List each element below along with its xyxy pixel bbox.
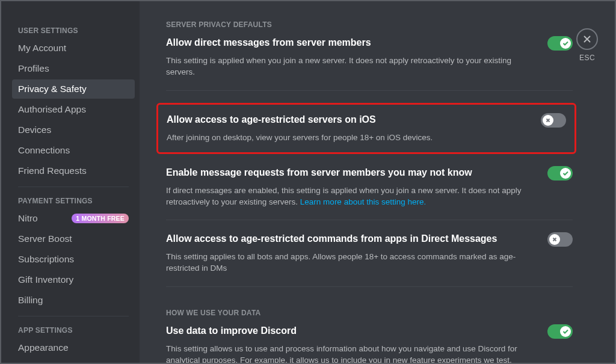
sidebar-item-friend-requests[interactable]: Friend Requests bbox=[12, 161, 135, 180]
toggle-allow-dm[interactable] bbox=[547, 36, 573, 51]
setting-title: Allow access to age-restricted servers o… bbox=[167, 113, 376, 126]
toggle-message-requests[interactable] bbox=[547, 166, 573, 180]
sidebar-section-user: USER SETTINGS bbox=[12, 23, 135, 39]
setting-title: Allow direct messages from server member… bbox=[166, 36, 371, 49]
sidebar-divider bbox=[18, 316, 129, 316]
sidebar-item-accessibility[interactable]: Accessibility bbox=[12, 359, 135, 363]
check-icon bbox=[562, 170, 569, 177]
section-header-data: HOW WE USE YOUR DATA bbox=[166, 309, 573, 317]
check-icon bbox=[562, 40, 569, 47]
setting-desc: This setting is applied when you join a … bbox=[166, 55, 533, 78]
highlight-annotation: Allow access to age-restricted servers o… bbox=[156, 103, 576, 154]
setting-desc: This setting allows us to use and proces… bbox=[166, 344, 533, 363]
sidebar-item-nitro[interactable]: Nitro 1 MONTH FREE bbox=[12, 209, 135, 228]
close-icon bbox=[582, 34, 593, 45]
sidebar-item-my-account[interactable]: My Account bbox=[12, 39, 135, 58]
x-icon bbox=[551, 236, 558, 243]
check-icon bbox=[562, 328, 569, 335]
section-header-privacy: SERVER PRIVACY DEFAULTS bbox=[166, 20, 573, 29]
settings-content: ESC SERVER PRIVACY DEFAULTS Allow direct… bbox=[140, 1, 615, 363]
sidebar-item-appearance[interactable]: Appearance bbox=[12, 338, 135, 357]
setting-age-restricted-ios: Allow access to age-restricted servers o… bbox=[167, 113, 566, 144]
sidebar-item-authorised-apps[interactable]: Authorised Apps bbox=[12, 100, 135, 119]
setting-desc: If direct messages are enabled, this set… bbox=[166, 185, 533, 208]
nitro-promo-badge: 1 MONTH FREE bbox=[72, 214, 129, 223]
setting-title: Enable message requests from server memb… bbox=[166, 166, 472, 179]
toggle-age-restricted-ios[interactable] bbox=[541, 113, 566, 128]
setting-message-requests: Enable message requests from server memb… bbox=[166, 166, 573, 221]
sidebar-item-devices[interactable]: Devices bbox=[12, 120, 135, 140]
sidebar-item-billing[interactable]: Billing bbox=[12, 291, 135, 310]
close-label: ESC bbox=[579, 54, 595, 62]
close-button[interactable] bbox=[576, 28, 598, 50]
setting-allow-dm: Allow direct messages from server member… bbox=[166, 36, 573, 91]
sidebar-item-profiles[interactable]: Profiles bbox=[12, 59, 135, 78]
sidebar-item-connections[interactable]: Connections bbox=[12, 141, 135, 160]
sidebar-item-subscriptions[interactable]: Subscriptions bbox=[12, 250, 135, 269]
toggle-use-data[interactable] bbox=[547, 324, 573, 339]
setting-age-restricted-commands: Allow access to age-restricted commands … bbox=[166, 232, 573, 287]
setting-desc: After joining on desktop, view your serv… bbox=[167, 132, 534, 144]
sidebar-item-privacy-safety[interactable]: Privacy & Safety bbox=[12, 79, 135, 99]
sidebar-divider bbox=[18, 187, 129, 187]
x-icon bbox=[544, 117, 552, 124]
sidebar-item-server-boost[interactable]: Server Boost bbox=[12, 229, 135, 248]
sidebar-item-gift-inventory[interactable]: Gift Inventory bbox=[12, 270, 135, 289]
sidebar-section-payment: PAYMENT SETTINGS bbox=[12, 193, 135, 209]
setting-use-data: Use data to improve Discord This setting… bbox=[166, 324, 573, 363]
learn-more-link[interactable]: Learn more about this setting here. bbox=[300, 197, 426, 206]
setting-desc: This setting applies to all bots and app… bbox=[166, 251, 533, 274]
setting-title: Allow access to age-restricted commands … bbox=[166, 232, 497, 245]
settings-sidebar: USER SETTINGS My Account Profiles Privac… bbox=[1, 1, 140, 363]
toggle-age-restricted-commands[interactable] bbox=[547, 232, 573, 247]
sidebar-section-app: APP SETTINGS bbox=[12, 322, 135, 338]
setting-title: Use data to improve Discord bbox=[166, 324, 297, 338]
